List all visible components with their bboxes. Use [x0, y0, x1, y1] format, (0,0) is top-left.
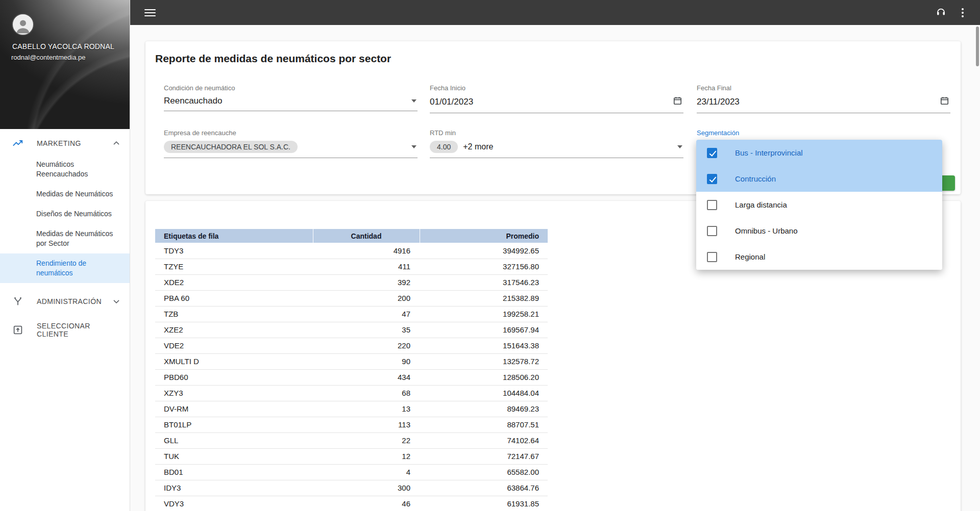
fecha-final-label: Fecha Final [697, 84, 950, 92]
option-bus-interprovincial[interactable]: Bus - Interprovincial [696, 140, 942, 166]
fecha-inicio-value: 01/01/2023 [430, 97, 473, 107]
option-contruccion[interactable]: Contrucción [696, 166, 942, 192]
promedio-cell: 327156.80 [420, 259, 548, 274]
calendar-icon[interactable] [940, 96, 949, 108]
row-label: VDE2 [155, 338, 313, 353]
sidebar-section-marketing[interactable]: MARKETING [0, 132, 130, 155]
cantidad-cell: 113 [313, 417, 420, 432]
sidebar-menu: MARKETING Neumáticos Reencauchados Medid… [0, 129, 130, 341]
promedio-cell: 199258.21 [420, 306, 548, 322]
col-header-etiquetas: Etiquetas de fila [155, 229, 313, 243]
user-name: CABELLO YACOLCA RODNAL [12, 42, 114, 50]
row-label: BT01LP [155, 417, 313, 432]
empresa-label: Empresa de reencauche [164, 129, 418, 137]
row-label: XZY3 [155, 385, 313, 401]
table-row: BT01LP11388707.51 [155, 417, 548, 432]
segmentacion-label: Segmentación [697, 129, 950, 137]
row-label: VDY3 [155, 496, 313, 511]
calendar-icon[interactable] [673, 96, 682, 108]
empresa-chip[interactable]: REENCAUCHADORA EL SOL S.A.C. [164, 141, 298, 153]
cantidad-cell: 46 [313, 496, 420, 511]
sidebar-item-rendimiento-de-neumaticos[interactable]: Rendimiento de neumáticos [0, 253, 130, 283]
checkbox-icon[interactable] [707, 252, 717, 262]
table-row: PBD60434128506.20 [155, 369, 548, 385]
cantidad-cell: 300 [313, 480, 420, 496]
select-client-icon [12, 324, 23, 336]
sidebar-section-label: MARKETING [37, 139, 81, 147]
table-row: TUK1272147.67 [155, 448, 548, 464]
option-omnibus-urbano[interactable]: Omnibus - Urbano [696, 218, 942, 244]
cantidad-cell: 12 [313, 448, 420, 464]
promedio-cell: 63864.76 [420, 480, 548, 496]
row-label: IDY3 [155, 480, 313, 496]
promedio-cell: 61931.85 [420, 496, 548, 511]
fecha-final-field[interactable]: Fecha Final 23/11/2023 [697, 84, 950, 113]
promedio-cell: 169567.94 [420, 322, 548, 338]
dropdown-caret-icon[interactable] [411, 145, 416, 148]
sidebar-item-neumaticos-reencauchados[interactable]: Neumáticos Reencauchados [0, 155, 130, 184]
marketing-submenu: Neumáticos Reencauchados Medidas de Neum… [0, 155, 130, 283]
hamburger-menu-icon[interactable] [144, 7, 156, 18]
option-larga-distancia[interactable]: Larga distancia [696, 192, 942, 218]
table-row: XZY368104484.04 [155, 385, 548, 401]
cantidad-cell: 411 [313, 259, 420, 274]
page-scrollbar[interactable] [976, 27, 979, 66]
col-header-promedio: Promedio [420, 229, 548, 243]
fecha-inicio-field[interactable]: Fecha Inicio 01/01/2023 [430, 84, 683, 113]
cantidad-cell: 4 [313, 464, 420, 480]
promedio-cell: 394992.65 [420, 243, 548, 259]
sidebar-item-disenos-de-neumaticos[interactable]: Diseños de Neumáticos [0, 204, 130, 224]
condicion-value: Reencauchado [164, 96, 222, 106]
table-row: IDY330063864.76 [155, 480, 548, 496]
cantidad-cell: 434 [313, 369, 420, 385]
rtd-min-field[interactable]: RTD min 4.00 +2 more [430, 129, 683, 158]
checkbox-icon[interactable] [707, 226, 717, 236]
table-row: GLL2274102.64 [155, 432, 548, 448]
row-label: TZB [155, 306, 313, 322]
user-profile-panel: CABELLO YACOLCA RODNAL rodnal@contentmed… [0, 0, 130, 129]
option-label: Contrucción [735, 174, 776, 183]
checkbox-icon[interactable] [707, 200, 717, 210]
promedio-cell: 132578.72 [420, 353, 548, 369]
page-title: Reporte de medidas de neumáticos por sec… [155, 53, 391, 65]
row-label: DV-RM [155, 401, 313, 417]
rtd-min-label: RTD min [430, 129, 683, 137]
headset-icon[interactable] [936, 6, 946, 19]
cantidad-cell: 22 [313, 432, 420, 448]
rtd-min-chip[interactable]: 4.00 [430, 141, 458, 153]
table-row: TZB47199258.21 [155, 306, 548, 322]
row-label: XDE2 [155, 274, 313, 290]
checkbox-icon[interactable] [707, 148, 717, 158]
topbar-actions [936, 6, 980, 19]
fecha-final-value: 23/11/2023 [697, 97, 740, 107]
option-regional[interactable]: Regional [696, 244, 942, 270]
row-label: XZE2 [155, 322, 313, 338]
checkbox-icon[interactable] [707, 174, 717, 184]
row-label: XMULTI D [155, 353, 313, 369]
sidebar-item-medidas-de-neumaticos[interactable]: Medidas de Neumáticos [0, 184, 130, 204]
table-row: TZYE411327156.80 [155, 259, 548, 274]
sidebar-item-medidas-por-sector[interactable]: Medidas de Neumáticos por Sector [0, 224, 130, 253]
avatar [12, 13, 34, 36]
promedio-cell: 215382.89 [420, 290, 548, 306]
sidebar-item-seleccionar-cliente[interactable]: SELECCIONAR CLIENTE [0, 319, 130, 341]
sidebar: CABELLO YACOLCA RODNAL rodnal@contentmed… [0, 0, 130, 511]
table-row: XDE2392317546.23 [155, 274, 548, 290]
promedio-cell: 317546.23 [420, 274, 548, 290]
trending-up-icon [12, 138, 23, 149]
dropdown-caret-icon[interactable] [411, 99, 416, 103]
cantidad-cell: 47 [313, 306, 420, 322]
table-row: TDY34916394992.65 [155, 243, 548, 259]
table-row: VDE2220151643.38 [155, 338, 548, 353]
kebab-menu-icon[interactable] [961, 7, 965, 18]
segmentacion-field[interactable]: Segmentación [697, 129, 950, 137]
table-header-row: Etiquetas de fila Cantidad Promedio [155, 229, 548, 243]
sidebar-section-label: ADMINISTRACIÓN [37, 297, 102, 305]
sidebar-section-administracion[interactable]: ADMINISTRACIÓN [0, 290, 130, 313]
condicion-field[interactable]: Condición de neumático Reencauchado [164, 84, 418, 111]
cantidad-cell: 4916 [313, 243, 420, 259]
empresa-field[interactable]: Empresa de reencauche REENCAUCHADORA EL … [164, 129, 418, 158]
dropdown-caret-icon[interactable] [677, 145, 682, 148]
chevron-up-icon [111, 138, 121, 148]
topbar [130, 0, 980, 25]
